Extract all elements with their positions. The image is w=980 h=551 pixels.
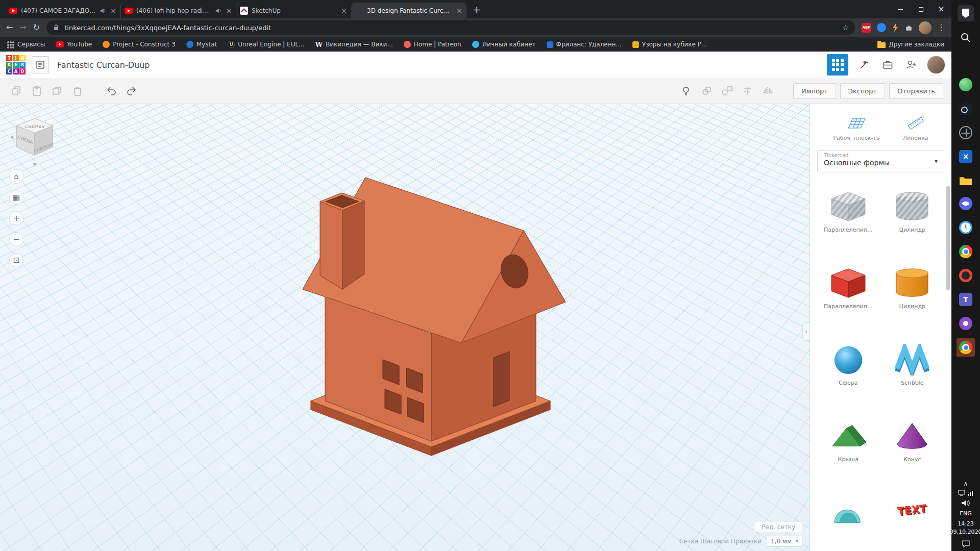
bookmark-item-patreon[interactable]: Home | Patreon — [404, 41, 461, 48]
briefcase-button[interactable] — [880, 57, 895, 72]
taskbar-discord-icon[interactable] — [957, 194, 975, 213]
shape-category-dropdown[interactable]: Tinkercad Основные формы — [817, 150, 944, 172]
3d-viewport[interactable]: СВЕРХУ СЛЕВА СПЕРЕДИ Ред. сетку Сетка Ша… — [0, 104, 810, 551]
zoom-out-button[interactable] — [9, 232, 23, 246]
taskbar-clock-icon[interactable] — [957, 218, 975, 237]
taskbar-clock[interactable]: 14:23 09.10.2020 — [950, 520, 980, 536]
taskbar-blue-x-icon[interactable] — [957, 147, 975, 166]
action-center-icon[interactable] — [962, 539, 970, 548]
shape-box-striped[interactable]: Параллелепип... — [819, 183, 877, 259]
taskbar-chrome-active-icon[interactable] — [957, 338, 975, 357]
tools-pickaxe-button[interactable] — [856, 57, 872, 72]
snap-grid-select[interactable]: 1,0 мм — [767, 536, 802, 547]
shape-half-cylinder[interactable] — [819, 489, 877, 551]
bookmark-item-wikipedia[interactable]: Википедия — Вики... — [315, 41, 393, 48]
reload-button[interactable] — [33, 23, 40, 32]
delete-button[interactable] — [69, 83, 86, 99]
shape-sphere[interactable]: Сфера — [819, 336, 877, 412]
redo-button[interactable] — [124, 83, 140, 99]
bookmark-item-youtube[interactable]: YouTube — [56, 41, 92, 48]
taskbar-search-icon[interactable] — [957, 29, 975, 47]
bookmark-item-services[interactable]: Сервисы — [7, 41, 45, 48]
blue-extension-icon[interactable] — [877, 23, 886, 32]
bookmark-item-cabinet[interactable]: Личный кабинет — [472, 41, 536, 48]
browser-menu-icon[interactable] — [937, 23, 945, 32]
back-button[interactable] — [6, 23, 13, 32]
show-all-button[interactable] — [678, 83, 694, 99]
view-cube[interactable]: СВЕРХУ СЛЕВА СПЕРЕДИ — [6, 110, 63, 167]
user-avatar[interactable] — [927, 56, 945, 74]
browser-tab-3[interactable]: SketchUp — [236, 3, 351, 18]
design-properties-button[interactable] — [32, 56, 49, 73]
bookmark-item-mystat[interactable]: Mystat — [186, 41, 217, 48]
shape-roof[interactable]: Крыша — [819, 412, 877, 489]
tab-audio-icon[interactable] — [100, 7, 107, 14]
duplicate-button[interactable] — [49, 83, 65, 99]
fit-view-button[interactable] — [9, 253, 23, 267]
export-button[interactable]: Экспорт — [840, 83, 885, 99]
ruler-tool[interactable]: Линейка — [903, 115, 928, 141]
network-icons[interactable] — [958, 490, 973, 496]
send-button[interactable]: Отправить — [889, 83, 943, 99]
panel-scrollbar[interactable] — [946, 186, 950, 290]
taskbar-epic-games-icon[interactable] — [957, 4, 975, 22]
mirror-button[interactable] — [760, 83, 776, 99]
adblock-extension-icon[interactable]: ABP — [862, 23, 871, 33]
taskbar-teams-icon[interactable] — [957, 290, 975, 309]
group-button[interactable] — [698, 83, 715, 99]
new-tab-button[interactable] — [470, 3, 484, 17]
tab-close-icon[interactable] — [226, 7, 232, 14]
import-button[interactable]: Импорт — [793, 83, 836, 99]
forward-button[interactable] — [19, 23, 26, 32]
taskbar-messenger-icon[interactable] — [957, 76, 975, 94]
taskbar-crosshair-icon[interactable] — [957, 123, 975, 142]
undo-button[interactable] — [103, 83, 119, 99]
bookmark-star-icon[interactable] — [842, 24, 849, 31]
paste-button[interactable] — [29, 83, 45, 99]
extensions-puzzle-icon[interactable] — [904, 23, 913, 32]
shape-scribble[interactable]: Scribble — [884, 336, 942, 412]
taskbar-explorer-folder-icon[interactable] — [957, 171, 975, 190]
tab-close-icon[interactable] — [341, 7, 347, 14]
minimize-button[interactable] — [890, 0, 911, 18]
taskbar-steam-icon[interactable] — [957, 99, 975, 118]
tab-audio-icon[interactable] — [215, 7, 222, 14]
design-title[interactable]: Fantastic Curcan-Duup — [57, 60, 150, 70]
shape-cone[interactable]: Конус — [884, 412, 942, 489]
lightning-extension-icon[interactable] — [892, 23, 899, 32]
panel-collapse-handle[interactable] — [802, 322, 810, 341]
orthographic-view-button[interactable] — [9, 190, 23, 205]
shape-text[interactable]: TEXT TEXT — [884, 489, 942, 551]
dashboard-grid-button[interactable] — [827, 54, 848, 76]
tab-close-icon[interactable] — [110, 7, 116, 14]
profile-avatar[interactable] — [919, 21, 932, 34]
edit-grid-button[interactable]: Ред. сетку — [754, 522, 802, 532]
invite-button[interactable] — [903, 57, 919, 72]
tray-expand-icon[interactable] — [964, 481, 968, 487]
bookmark-item-unreal[interactable]: Unreal Engine | EUL... — [228, 41, 304, 48]
home-view-button[interactable] — [9, 169, 23, 184]
tinkercad-logo[interactable]: T I N K E R C A D — [6, 55, 26, 74]
taskbar-record-icon[interactable] — [957, 266, 975, 285]
shape-cylinder-orange[interactable]: Цилиндр — [884, 259, 942, 336]
bookmark-item-construct[interactable]: Project - Construct 3 — [103, 41, 176, 48]
bookmark-item-freelance[interactable]: Фриланс: Удаленн... — [547, 41, 622, 48]
zoom-in-button[interactable] — [9, 211, 23, 226]
shape-cylinder-striped[interactable]: Цилиндр — [884, 183, 942, 259]
taskbar-chrome-icon[interactable] — [957, 242, 975, 261]
url-bar[interactable]: tinkercad.com/things/3xXqqoejEAA-fantast… — [46, 20, 855, 35]
browser-tab-1[interactable]: (407) САМОЕ ЗАГАДОЧНОЕ УБ — [5, 3, 120, 18]
ungroup-button[interactable] — [719, 83, 735, 99]
bookmark-item-uzory[interactable]: Узоры на кубике Р... — [632, 41, 707, 48]
browser-tab-2[interactable]: (406) lofi hip hop radio - bea — [120, 3, 236, 18]
close-window-button[interactable] — [931, 0, 951, 18]
house-model[interactable] — [0, 104, 810, 551]
tab-close-icon[interactable] — [456, 7, 462, 14]
taskbar-purple-app-icon[interactable] — [957, 314, 975, 333]
volume-icon[interactable] — [961, 499, 970, 507]
copy-button[interactable] — [8, 83, 24, 99]
maximize-button[interactable] — [911, 0, 931, 18]
language-indicator[interactable]: ENG — [960, 510, 972, 517]
align-button[interactable] — [739, 83, 755, 99]
shape-box-red[interactable]: Параллелепип... — [819, 259, 877, 336]
